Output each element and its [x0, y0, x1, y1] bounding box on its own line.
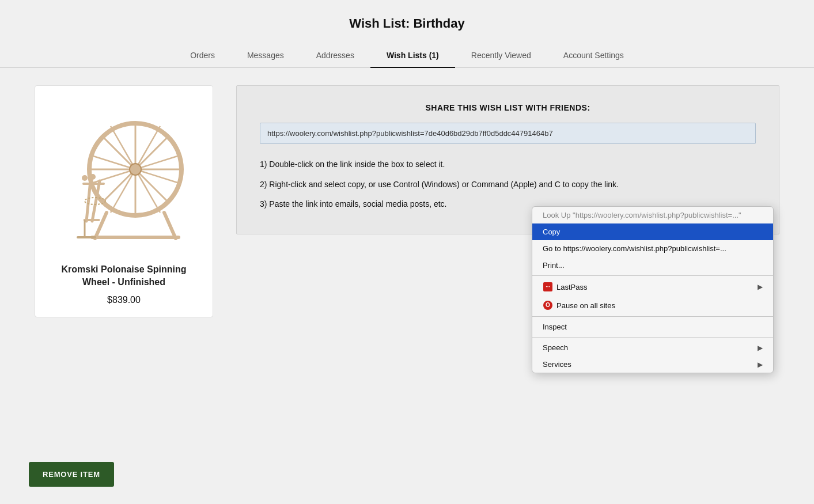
share-instruction-1: 1) Double-click on the link inside the b…: [260, 157, 756, 172]
share-url-input[interactable]: [260, 123, 756, 144]
spinning-wheel-illustration: [60, 106, 187, 244]
context-menu-speech[interactable]: Speech ▶: [532, 339, 773, 356]
nav-item-account-settings[interactable]: Account Settings: [547, 44, 640, 68]
context-menu-inspect[interactable]: Inspect: [532, 319, 773, 335]
product-name: Kromski Polonaise Spinning Wheel - Unfin…: [47, 263, 201, 289]
context-menu-services[interactable]: Services ▶: [532, 356, 773, 373]
product-card: Kromski Polonaise Spinning Wheel - Unfin…: [35, 85, 213, 317]
context-menu-look-up[interactable]: Look Up "https://woolery.com/wishlist.ph…: [532, 207, 773, 223]
svg-line-11: [164, 213, 176, 238]
page-title: Wish List: Birthday: [0, 16, 814, 31]
services-arrow-icon: ▶: [758, 361, 763, 369]
context-menu-divider-3: [532, 337, 773, 338]
nav-bar: Orders Messages Addresses Wish Lists (1)…: [0, 44, 814, 68]
svg-point-18: [90, 174, 96, 180]
nav-item-recently-viewed[interactable]: Recently Viewed: [455, 44, 547, 68]
page-header: Wish List: Birthday Orders Messages Addr…: [0, 0, 814, 68]
context-menu-print[interactable]: Print...: [532, 257, 773, 274]
opera-icon: O: [543, 300, 553, 310]
context-menu-divider-2: [532, 316, 773, 317]
remove-item-button[interactable]: REMOVE ITEM: [29, 462, 114, 487]
nav-item-addresses[interactable]: Addresses: [300, 44, 370, 68]
product-price: $839.00: [107, 295, 141, 305]
context-menu-go-to[interactable]: Go to https://woolery.com/wishlist.php?p…: [532, 240, 773, 257]
product-image: [47, 97, 201, 253]
share-title: SHARE THIS WISH LIST WITH FRIENDS:: [260, 103, 756, 112]
nav-item-wish-lists[interactable]: Wish Lists (1): [370, 44, 455, 68]
nav-item-orders[interactable]: Orders: [174, 44, 231, 68]
context-menu-divider-1: [532, 275, 773, 276]
svg-point-9: [130, 164, 141, 175]
speech-arrow-icon: ▶: [758, 344, 763, 352]
svg-line-10: [95, 213, 107, 238]
lastpass-arrow-icon: ▶: [758, 283, 763, 291]
nav-item-messages[interactable]: Messages: [231, 44, 300, 68]
share-instructions: 1) Double-click on the link inside the b…: [260, 157, 756, 212]
context-menu: Look Up "https://woolery.com/wishlist.ph…: [532, 206, 774, 373]
share-instruction-2: 2) Right-click and select copy, or use C…: [260, 177, 756, 192]
svg-point-17: [82, 175, 88, 181]
context-menu-pause-sites[interactable]: O Pause on all sites: [532, 296, 773, 314]
lastpass-icon: ···: [543, 282, 553, 292]
main-content: Kromski Polonaise Spinning Wheel - Unfin…: [0, 68, 814, 335]
context-menu-copy[interactable]: Copy: [532, 223, 773, 240]
context-menu-lastpass[interactable]: ··· LastPass ▶: [532, 278, 773, 296]
svg-line-14: [86, 181, 90, 221]
